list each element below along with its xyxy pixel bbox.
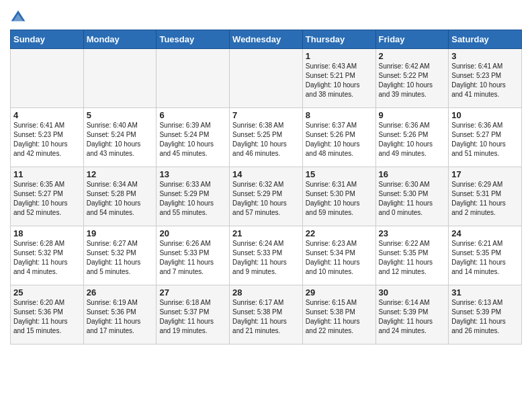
day-info: Sunrise: 6:14 AM Sunset: 5:39 PM Dayligh… bbox=[379, 298, 446, 336]
day-number: 8 bbox=[306, 110, 373, 120]
day-info: Sunrise: 6:30 AM Sunset: 5:30 PM Dayligh… bbox=[379, 180, 446, 218]
day-number: 19 bbox=[87, 228, 154, 238]
day-header-wednesday: Wednesday bbox=[230, 30, 303, 49]
calendar-week-row: 11Sunrise: 6:35 AM Sunset: 5:27 PM Dayli… bbox=[11, 167, 522, 226]
calendar-day-cell: 2Sunrise: 6:42 AM Sunset: 5:22 PM Daylig… bbox=[375, 49, 449, 108]
day-number: 20 bbox=[159, 228, 226, 238]
day-header-sunday: Sunday bbox=[11, 30, 84, 49]
calendar-day-cell: 21Sunrise: 6:24 AM Sunset: 5:33 PM Dayli… bbox=[230, 226, 303, 285]
calendar-day-cell bbox=[83, 49, 157, 108]
day-header-saturday: Saturday bbox=[449, 30, 522, 49]
day-number: 31 bbox=[451, 287, 519, 298]
calendar-week-row: 18Sunrise: 6:28 AM Sunset: 5:32 PM Dayli… bbox=[11, 226, 522, 285]
day-number: 18 bbox=[13, 228, 81, 238]
day-number: 6 bbox=[159, 110, 226, 120]
day-number: 10 bbox=[451, 110, 519, 120]
day-number: 27 bbox=[159, 287, 226, 298]
day-info: Sunrise: 6:29 AM Sunset: 5:31 PM Dayligh… bbox=[451, 180, 519, 218]
calendar-day-cell: 10Sunrise: 6:36 AM Sunset: 5:27 PM Dayli… bbox=[449, 108, 522, 167]
day-number: 2 bbox=[379, 51, 446, 61]
calendar-day-cell: 7Sunrise: 6:38 AM Sunset: 5:25 PM Daylig… bbox=[230, 108, 303, 167]
day-number: 17 bbox=[451, 169, 519, 179]
day-info: Sunrise: 6:36 AM Sunset: 5:26 PM Dayligh… bbox=[379, 121, 446, 158]
calendar-day-cell: 31Sunrise: 6:13 AM Sunset: 5:39 PM Dayli… bbox=[449, 285, 522, 345]
calendar-table: SundayMondayTuesdayWednesdayThursdayFrid… bbox=[10, 30, 522, 345]
calendar-day-cell: 22Sunrise: 6:23 AM Sunset: 5:34 PM Dayli… bbox=[302, 226, 375, 285]
calendar-day-cell: 8Sunrise: 6:37 AM Sunset: 5:26 PM Daylig… bbox=[302, 108, 375, 167]
day-info: Sunrise: 6:33 AM Sunset: 5:29 PM Dayligh… bbox=[159, 180, 226, 218]
day-number: 23 bbox=[379, 228, 446, 238]
day-info: Sunrise: 6:37 AM Sunset: 5:26 PM Dayligh… bbox=[306, 121, 373, 158]
calendar-day-cell: 29Sunrise: 6:15 AM Sunset: 5:38 PM Dayli… bbox=[302, 285, 375, 345]
day-info: Sunrise: 6:43 AM Sunset: 5:21 PM Dayligh… bbox=[306, 62, 373, 99]
calendar-day-cell: 17Sunrise: 6:29 AM Sunset: 5:31 PM Dayli… bbox=[449, 167, 522, 226]
day-number: 29 bbox=[306, 287, 373, 298]
day-info: Sunrise: 6:22 AM Sunset: 5:35 PM Dayligh… bbox=[379, 239, 446, 277]
day-info: Sunrise: 6:39 AM Sunset: 5:24 PM Dayligh… bbox=[159, 121, 226, 158]
day-info: Sunrise: 6:28 AM Sunset: 5:32 PM Dayligh… bbox=[13, 239, 81, 277]
day-number: 1 bbox=[306, 51, 373, 61]
day-number: 13 bbox=[159, 169, 226, 179]
day-number: 16 bbox=[379, 169, 446, 179]
day-info: Sunrise: 6:19 AM Sunset: 5:36 PM Dayligh… bbox=[87, 298, 154, 336]
day-info: Sunrise: 6:40 AM Sunset: 5:24 PM Dayligh… bbox=[87, 121, 154, 158]
calendar-day-cell: 1Sunrise: 6:43 AM Sunset: 5:21 PM Daylig… bbox=[302, 49, 375, 108]
calendar-day-cell: 23Sunrise: 6:22 AM Sunset: 5:35 PM Dayli… bbox=[375, 226, 449, 285]
day-info: Sunrise: 6:18 AM Sunset: 5:37 PM Dayligh… bbox=[159, 298, 226, 336]
calendar-day-cell: 5Sunrise: 6:40 AM Sunset: 5:24 PM Daylig… bbox=[83, 108, 157, 167]
calendar-week-row: 1Sunrise: 6:43 AM Sunset: 5:21 PM Daylig… bbox=[11, 49, 522, 108]
day-info: Sunrise: 6:24 AM Sunset: 5:33 PM Dayligh… bbox=[232, 239, 300, 277]
day-number: 5 bbox=[87, 110, 154, 120]
day-number: 11 bbox=[13, 169, 81, 179]
day-info: Sunrise: 6:21 AM Sunset: 5:35 PM Dayligh… bbox=[451, 239, 519, 277]
calendar-day-cell: 24Sunrise: 6:21 AM Sunset: 5:35 PM Dayli… bbox=[449, 226, 522, 285]
day-header-tuesday: Tuesday bbox=[157, 30, 230, 49]
day-header-monday: Monday bbox=[83, 30, 157, 49]
day-info: Sunrise: 6:38 AM Sunset: 5:25 PM Dayligh… bbox=[232, 121, 300, 158]
calendar-week-row: 4Sunrise: 6:41 AM Sunset: 5:23 PM Daylig… bbox=[11, 108, 522, 167]
day-info: Sunrise: 6:34 AM Sunset: 5:28 PM Dayligh… bbox=[87, 180, 154, 218]
day-info: Sunrise: 6:15 AM Sunset: 5:38 PM Dayligh… bbox=[306, 298, 373, 336]
day-number: 26 bbox=[87, 287, 154, 298]
day-info: Sunrise: 6:41 AM Sunset: 5:23 PM Dayligh… bbox=[13, 121, 81, 158]
calendar-day-cell: 14Sunrise: 6:32 AM Sunset: 5:29 PM Dayli… bbox=[230, 167, 303, 226]
calendar-day-cell bbox=[230, 49, 303, 108]
day-info: Sunrise: 6:23 AM Sunset: 5:34 PM Dayligh… bbox=[306, 239, 373, 277]
day-info: Sunrise: 6:32 AM Sunset: 5:29 PM Dayligh… bbox=[232, 180, 300, 218]
day-info: Sunrise: 6:26 AM Sunset: 5:33 PM Dayligh… bbox=[159, 239, 226, 277]
calendar-day-cell: 9Sunrise: 6:36 AM Sunset: 5:26 PM Daylig… bbox=[375, 108, 449, 167]
calendar-day-cell: 30Sunrise: 6:14 AM Sunset: 5:39 PM Dayli… bbox=[375, 285, 449, 345]
day-number: 4 bbox=[13, 110, 81, 120]
day-number: 30 bbox=[379, 287, 446, 298]
calendar-week-row: 25Sunrise: 6:20 AM Sunset: 5:36 PM Dayli… bbox=[11, 285, 522, 345]
calendar-day-cell: 4Sunrise: 6:41 AM Sunset: 5:23 PM Daylig… bbox=[11, 108, 84, 167]
calendar-header-row: SundayMondayTuesdayWednesdayThursdayFrid… bbox=[11, 30, 522, 49]
day-info: Sunrise: 6:13 AM Sunset: 5:39 PM Dayligh… bbox=[451, 298, 519, 336]
calendar-day-cell: 26Sunrise: 6:19 AM Sunset: 5:36 PM Dayli… bbox=[83, 285, 157, 345]
day-number: 9 bbox=[379, 110, 446, 120]
calendar-day-cell: 11Sunrise: 6:35 AM Sunset: 5:27 PM Dayli… bbox=[11, 167, 84, 226]
day-header-thursday: Thursday bbox=[302, 30, 375, 49]
day-number: 12 bbox=[87, 169, 154, 179]
day-info: Sunrise: 6:36 AM Sunset: 5:27 PM Dayligh… bbox=[451, 121, 519, 158]
calendar-day-cell: 19Sunrise: 6:27 AM Sunset: 5:32 PM Dayli… bbox=[83, 226, 157, 285]
day-number: 7 bbox=[232, 110, 300, 120]
page-header bbox=[10, 7, 522, 26]
calendar-day-cell: 28Sunrise: 6:17 AM Sunset: 5:38 PM Dayli… bbox=[230, 285, 303, 345]
calendar-day-cell bbox=[157, 49, 230, 108]
day-info: Sunrise: 6:31 AM Sunset: 5:30 PM Dayligh… bbox=[306, 180, 373, 218]
day-info: Sunrise: 6:41 AM Sunset: 5:23 PM Dayligh… bbox=[451, 62, 519, 99]
logo-icon bbox=[10, 9, 26, 26]
calendar-day-cell: 3Sunrise: 6:41 AM Sunset: 5:23 PM Daylig… bbox=[449, 49, 522, 108]
day-number: 15 bbox=[306, 169, 373, 179]
calendar-day-cell: 12Sunrise: 6:34 AM Sunset: 5:28 PM Dayli… bbox=[83, 167, 157, 226]
day-number: 22 bbox=[306, 228, 373, 238]
logo bbox=[10, 9, 29, 26]
day-number: 3 bbox=[451, 51, 519, 61]
calendar-day-cell: 20Sunrise: 6:26 AM Sunset: 5:33 PM Dayli… bbox=[157, 226, 230, 285]
day-header-friday: Friday bbox=[375, 30, 449, 49]
calendar-day-cell: 6Sunrise: 6:39 AM Sunset: 5:24 PM Daylig… bbox=[157, 108, 230, 167]
day-number: 28 bbox=[232, 287, 300, 298]
day-info: Sunrise: 6:27 AM Sunset: 5:32 PM Dayligh… bbox=[87, 239, 154, 277]
day-info: Sunrise: 6:42 AM Sunset: 5:22 PM Dayligh… bbox=[379, 62, 446, 99]
